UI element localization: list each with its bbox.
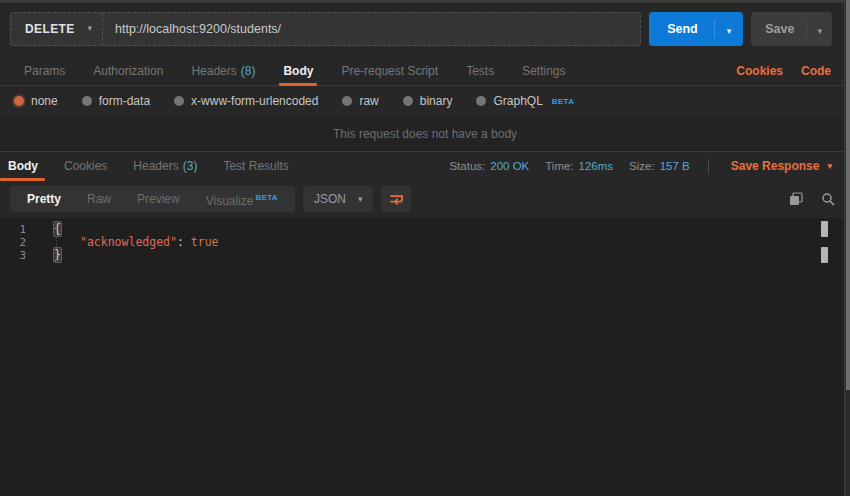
copy-icon <box>789 192 803 206</box>
radio-label: raw <box>359 94 378 108</box>
response-tab-headers[interactable]: Headers (3) <box>120 152 210 180</box>
tab-tests[interactable]: Tests <box>452 56 508 85</box>
tab-label: Pre-request Script <box>341 64 438 78</box>
radio-label: binary <box>420 94 453 108</box>
code-text: "acknowledged": true <box>38 236 219 249</box>
radio-label: GraphQL <box>493 94 542 108</box>
search-response-button[interactable] <box>816 187 840 211</box>
tab-label: Headers <box>133 159 178 173</box>
response-body-editor[interactable]: 1 { 2 "acknowledged": true 3 } <box>0 218 850 496</box>
radio-icon <box>403 96 413 106</box>
body-type-none[interactable]: none <box>14 94 58 108</box>
body-type-graphql[interactable]: GraphQL BETA <box>476 94 574 108</box>
radio-label: form-data <box>99 94 150 108</box>
indent-guide <box>56 226 57 263</box>
save-options-button[interactable]: ▾ <box>806 20 832 38</box>
body-type-x-www-form-urlencoded[interactable]: x-www-form-urlencoded <box>174 94 318 108</box>
beta-badge: BETA <box>552 97 574 106</box>
search-icon <box>821 192 835 206</box>
view-label: Visualize <box>206 194 254 208</box>
tab-label: Params <box>24 64 65 78</box>
send-button-label[interactable]: Send <box>649 22 714 36</box>
chevron-down-icon: ▾ <box>358 195 363 204</box>
method-url-container: DELETE ▾ <box>10 12 641 46</box>
tab-pre-request-script[interactable]: Pre-request Script <box>327 56 452 85</box>
tab-label: Body <box>283 64 313 78</box>
tab-label: Authorization <box>93 64 163 78</box>
page-scrollbar[interactable] <box>844 0 850 496</box>
url-input[interactable] <box>103 13 640 45</box>
spacer <box>580 56 728 85</box>
tab-body[interactable]: Body <box>269 56 327 85</box>
response-toolbar: Pretty Raw Preview VisualizeBETA JSON ▾ <box>0 180 850 218</box>
tab-settings[interactable]: Settings <box>508 56 579 85</box>
body-type-raw[interactable]: raw <box>342 94 378 108</box>
line-number: 1 <box>0 223 38 236</box>
save-response-button[interactable]: Save Response ▾ <box>727 159 844 173</box>
save-response-label: Save Response <box>731 159 820 173</box>
method-label: DELETE <box>25 22 75 36</box>
editor-overview-mark <box>821 247 828 263</box>
tab-authorization[interactable]: Authorization <box>79 56 177 85</box>
method-select[interactable]: DELETE ▾ <box>11 13 103 45</box>
json-key-token: "acknowledged" <box>80 235 177 249</box>
spacer <box>302 152 450 180</box>
wrap-text-button[interactable] <box>381 186 411 212</box>
divider <box>708 159 709 174</box>
code-line-3: 3 } <box>0 249 850 262</box>
cookies-link[interactable]: Cookies <box>727 56 792 85</box>
line-number: 2 <box>0 236 38 249</box>
time-meta: Time: 126ms <box>545 160 613 172</box>
chevron-down-icon: ▾ <box>817 26 822 36</box>
tab-label: Settings <box>522 64 565 78</box>
text-wrap-icon <box>389 193 404 206</box>
chevron-down-icon: ▾ <box>727 26 732 36</box>
code-text: } <box>38 249 61 262</box>
response-format-select[interactable]: JSON ▾ <box>303 186 374 212</box>
request-body-empty-state: This request does not have a body <box>0 116 850 152</box>
send-button[interactable]: Send ▾ <box>649 12 743 46</box>
line-number: 3 <box>0 249 38 262</box>
size-meta: Size: 157 B <box>629 160 690 172</box>
response-headers-count-badge: (3) <box>183 159 198 173</box>
view-raw[interactable]: Raw <box>74 186 124 212</box>
headers-count-badge: (8) <box>241 64 256 78</box>
body-type-binary[interactable]: binary <box>403 94 453 108</box>
tab-label: Test Results <box>223 159 288 173</box>
radio-icon <box>82 96 92 106</box>
tab-params[interactable]: Params <box>10 56 79 85</box>
status-value: 200 OK <box>490 160 529 172</box>
editor-overview-mark <box>821 221 828 237</box>
format-label: JSON <box>314 192 346 206</box>
save-button-label[interactable]: Save <box>751 22 806 36</box>
response-meta: Status: 200 OK Time: 126ms Size: 157 B S… <box>449 152 848 180</box>
chevron-down-icon: ▾ <box>827 162 832 171</box>
copy-response-button[interactable] <box>784 187 808 211</box>
view-pretty[interactable]: Pretty <box>14 186 74 212</box>
size-label: Size: <box>629 160 655 172</box>
body-type-form-data[interactable]: form-data <box>82 94 150 108</box>
beta-badge: BETA <box>256 193 278 202</box>
scrollbar-thumb[interactable] <box>846 0 850 390</box>
tab-label: Headers <box>191 64 236 78</box>
view-preview[interactable]: Preview <box>124 186 193 212</box>
view-visualize[interactable]: VisualizeBETA <box>193 185 291 214</box>
radio-label: x-www-form-urlencoded <box>191 94 318 108</box>
radio-icon <box>476 96 486 106</box>
send-options-button[interactable]: ▾ <box>714 20 744 38</box>
response-tab-test-results[interactable]: Test Results <box>210 152 301 180</box>
json-value-token: true <box>184 235 219 249</box>
radio-icon <box>342 96 352 106</box>
tab-label: Tests <box>466 64 494 78</box>
response-tab-body[interactable]: Body <box>0 152 51 180</box>
request-bar: DELETE ▾ Send ▾ Save ▾ <box>0 3 850 56</box>
empty-body-message: This request does not have a body <box>333 127 517 141</box>
status-label: Status: <box>449 160 485 172</box>
tab-headers[interactable]: Headers (8) <box>177 56 269 85</box>
radio-icon <box>174 96 184 106</box>
radio-selected-icon <box>14 96 24 106</box>
save-button[interactable]: Save ▾ <box>751 12 832 46</box>
code-link[interactable]: Code <box>792 56 840 85</box>
response-tab-cookies[interactable]: Cookies <box>51 152 120 180</box>
time-value: 126ms <box>579 160 614 172</box>
